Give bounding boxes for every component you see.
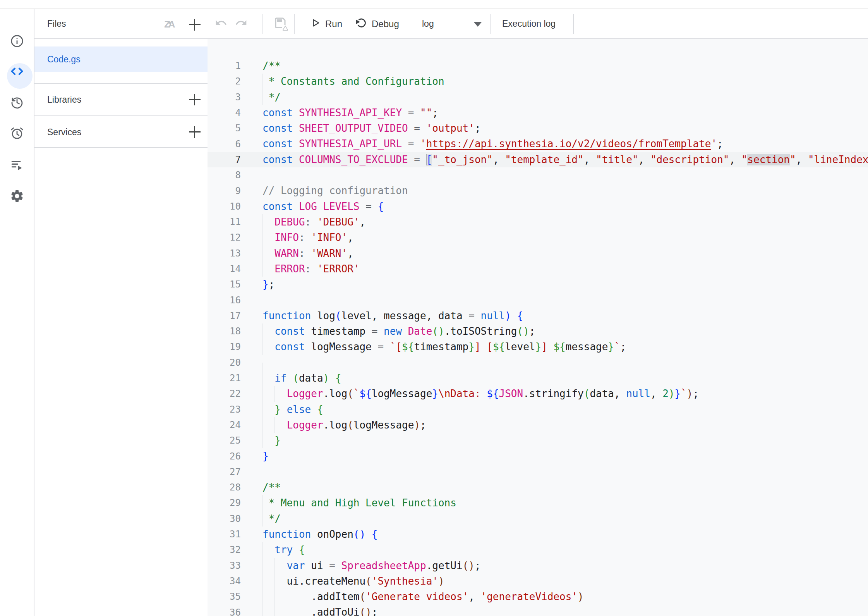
left-navigation-rail — [0, 9, 34, 616]
add-service-button[interactable] — [185, 122, 205, 142]
sidebar-item-editor[interactable] — [0, 59, 34, 84]
code-lines-container: 1/**2 * Constants and Configuration3 */4… — [208, 58, 868, 616]
libraries-label: Libraries — [47, 95, 81, 105]
code-line[interactable]: 8 — [208, 167, 868, 183]
code-line[interactable]: 26} — [208, 448, 868, 464]
code-line[interactable]: 16 — [208, 292, 868, 308]
indent-guide — [262, 589, 263, 604]
code-line[interactable]: 3 */ — [208, 89, 868, 105]
code-line[interactable]: 13 WARN: 'WARN', — [208, 246, 868, 261]
code-line[interactable]: 22 Logger.log(`${logMessage}\nData: ${JS… — [208, 386, 868, 401]
code-line[interactable]: 33 var ui = SpreadsheetApp.getUi(); — [208, 558, 868, 573]
code-line-text: .addToUi(); — [262, 604, 377, 616]
line-number: 7 — [208, 154, 241, 165]
code-line[interactable]: 20 — [208, 355, 868, 370]
sort-files-icon[interactable]: A▲.Z — [158, 15, 181, 33]
run-icon — [310, 18, 321, 30]
files-panel: Files A▲.Z Code.gs Libraries Services — [34, 9, 208, 616]
run-button[interactable]: Run — [310, 9, 342, 38]
add-library-button[interactable] — [185, 89, 205, 110]
code-line[interactable]: 25 } — [208, 433, 868, 448]
indent-guide — [262, 604, 263, 616]
code-line-text: * Menu and High Level Functions — [262, 495, 456, 511]
undo-button[interactable] — [210, 12, 232, 35]
debug-button[interactable]: Debug — [355, 9, 399, 38]
indent-guide — [262, 542, 263, 557]
code-line[interactable]: 4const SYNTHESIA_API_KEY = ""; — [208, 105, 868, 120]
plus-icon — [189, 19, 201, 31]
code-line[interactable]: 10const LOG_LEVELS = { — [208, 199, 868, 214]
code-icon — [9, 64, 25, 79]
sort-arrow-up: ▲ — [167, 21, 172, 24]
services-section[interactable]: Services — [34, 116, 208, 148]
code-line[interactable]: 34 ui.createMenu('Synthesia') — [208, 573, 868, 589]
sidebar-item-executions[interactable] — [0, 153, 34, 177]
indent-guide — [262, 339, 263, 354]
code-line-text: const SYNTHESIA_API_URL = 'https://api.s… — [262, 136, 723, 151]
code-line[interactable]: 2 * Constants and Configuration — [208, 74, 868, 89]
indent-guide — [274, 604, 275, 616]
line-number: 33 — [208, 560, 241, 571]
add-file-button[interactable] — [185, 15, 205, 35]
code-line[interactable]: 31function onOpen() { — [208, 527, 868, 542]
code-line-text: const logMessage = `[${timestamp}] [${le… — [262, 339, 626, 354]
code-line[interactable]: 7const COLUMNS_TO_EXCLUDE = ["_to_json",… — [208, 152, 868, 167]
line-number: 27 — [208, 466, 241, 477]
code-editor[interactable]: 1/**2 * Constants and Configuration3 */4… — [208, 39, 868, 616]
save-button[interactable] — [269, 12, 291, 35]
code-line[interactable]: 5const SHEET_OUTPUT_VIDEO = 'output'; — [208, 120, 868, 136]
code-line[interactable]: 17function log(level, message, data = nu… — [208, 308, 868, 323]
code-line-text: */ — [262, 511, 281, 527]
sidebar-item-triggers[interactable] — [0, 121, 34, 146]
code-line[interactable]: 23 } else { — [208, 402, 868, 417]
code-line[interactable]: 14 ERROR: 'ERROR' — [208, 261, 868, 277]
function-selector-value: log — [422, 19, 434, 29]
code-line-text: } — [262, 433, 281, 448]
code-line[interactable]: 24 Logger.log(logMessage); — [208, 417, 868, 433]
code-line[interactable]: 28/** — [208, 480, 868, 495]
indent-guide — [274, 417, 275, 433]
line-number: 17 — [208, 310, 241, 321]
indent-guide — [262, 511, 263, 527]
code-line[interactable]: 32 try { — [208, 542, 868, 557]
code-line[interactable]: 27 — [208, 464, 868, 480]
sidebar-item-settings[interactable] — [0, 184, 34, 208]
code-line[interactable]: 15}; — [208, 277, 868, 292]
execution-log-button[interactable]: Execution log — [502, 9, 556, 38]
sidebar-item-project-history[interactable] — [0, 90, 34, 115]
code-line[interactable]: 11 DEBUG: 'DEBUG', — [208, 214, 868, 230]
code-line[interactable]: 29 * Menu and High Level Functions — [208, 495, 868, 511]
libraries-section[interactable]: Libraries — [34, 84, 208, 115]
line-number: 8 — [208, 170, 241, 181]
indent-guide — [262, 402, 263, 417]
info-icon — [10, 34, 24, 48]
code-line-text: WARN: 'WARN', — [262, 246, 353, 261]
code-line-text: }; — [262, 277, 274, 292]
line-number: 2 — [208, 76, 241, 87]
line-number: 28 — [208, 482, 241, 493]
file-item-code-gs[interactable]: Code.gs — [34, 46, 208, 72]
line-number: 9 — [208, 186, 241, 196]
code-line[interactable]: 36 .addToUi(); — [208, 604, 868, 616]
code-line[interactable]: 21 if (data) { — [208, 370, 868, 386]
alarm-icon — [10, 126, 24, 141]
chevron-down-icon[interactable] — [474, 22, 482, 27]
code-line[interactable]: 9// Logging configuration — [208, 183, 868, 198]
sidebar-item-overview[interactable] — [0, 29, 34, 53]
code-line[interactable]: 6const SYNTHESIA_API_URL = 'https://api.… — [208, 136, 868, 151]
redo-button[interactable] — [230, 12, 252, 35]
code-line[interactable]: 19 const logMessage = `[${timestamp}] [$… — [208, 339, 868, 354]
code-line-text: try { — [262, 542, 305, 557]
code-line[interactable]: 18 const timestamp = new Date().toISOStr… — [208, 323, 868, 339]
indent-guide — [262, 386, 263, 401]
code-line[interactable]: 12 INFO: 'INFO', — [208, 230, 868, 245]
code-line[interactable]: 30 */ — [208, 511, 868, 527]
code-line[interactable]: 1/** — [208, 58, 868, 74]
indent-guide — [262, 214, 263, 230]
indent-guide — [262, 261, 263, 277]
line-number: 23 — [208, 404, 241, 415]
code-line-text: DEBUG: 'DEBUG', — [262, 214, 365, 230]
code-line-text: const SHEET_OUTPUT_VIDEO = 'output'; — [262, 120, 481, 136]
indent-guide — [299, 604, 299, 616]
code-line[interactable]: 35 .addItem('Generate videos', 'generate… — [208, 589, 868, 604]
